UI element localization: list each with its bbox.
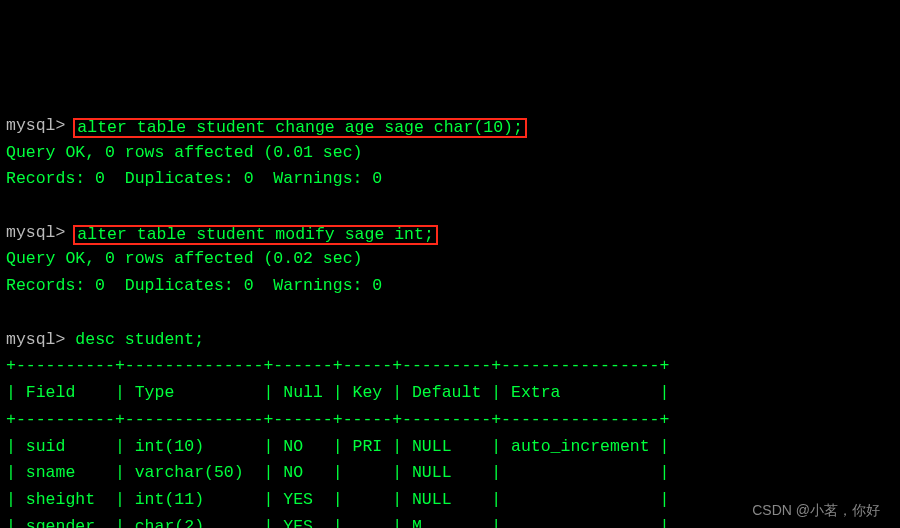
table-row: | suid | int(10) | NO | PRI | NULL | aut… xyxy=(6,437,669,456)
cmd1[interactable]: alter table student change age sage char… xyxy=(77,118,523,137)
table-header: | Field | Type | Null | Key | Default | … xyxy=(6,383,669,402)
out2a: Query OK, 0 rows affected (0.02 sec) xyxy=(6,249,362,268)
table-sep: +----------+--------------+------+-----+… xyxy=(6,410,669,429)
prompt: mysql> xyxy=(6,330,65,349)
table-row: | sgender | char(2) | YES | | M | | xyxy=(6,517,669,528)
table-row: | sname | varchar(50) | NO | | NULL | | xyxy=(6,463,669,482)
prompt: mysql> xyxy=(6,223,65,242)
cmd3[interactable]: desc student; xyxy=(75,330,204,349)
highlight-cmd1: alter table student change age sage char… xyxy=(73,118,527,139)
out1a: Query OK, 0 rows affected (0.01 sec) xyxy=(6,143,362,162)
table-row: | sheight | int(11) | YES | | NULL | | xyxy=(6,490,669,509)
out2b: Records: 0 Duplicates: 0 Warnings: 0 xyxy=(6,276,382,295)
prompt: mysql> xyxy=(6,116,65,135)
highlight-cmd2: alter table student modify sage int; xyxy=(73,225,437,246)
cmd2[interactable]: alter table student modify sage int; xyxy=(77,225,433,244)
out1b: Records: 0 Duplicates: 0 Warnings: 0 xyxy=(6,169,382,188)
terminal-output: mysql> alter table student change age sa… xyxy=(6,116,675,528)
table-sep: +----------+--------------+------+-----+… xyxy=(6,356,669,375)
watermark: CSDN @小茗，你好 xyxy=(752,499,880,522)
